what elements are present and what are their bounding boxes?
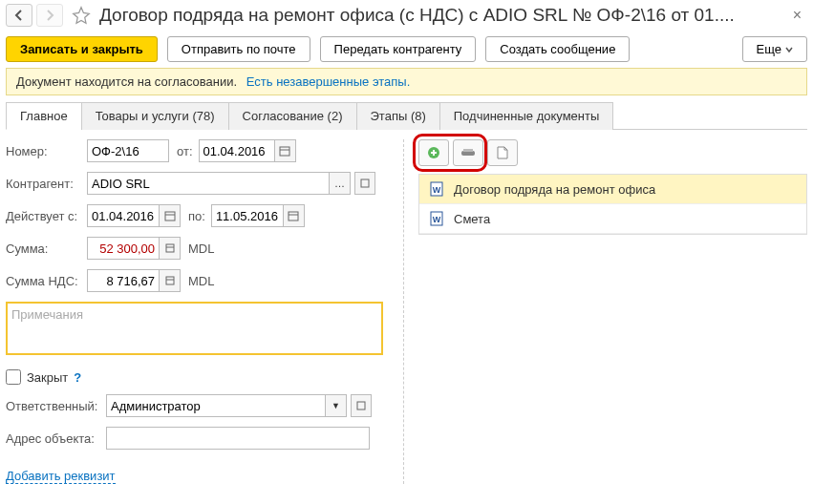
from-label: от: [177,144,193,158]
valid-from-picker-button[interactable] [160,204,181,227]
date-from-input[interactable] [199,139,275,162]
banner-text: Документ находится на согласовании. [16,74,237,89]
sum-input[interactable] [87,237,160,260]
vat-currency: MDL [188,274,214,288]
plus-icon [426,145,441,160]
notes-textarea[interactable] [6,302,383,355]
scanner-icon [460,148,476,158]
svg-rect-7 [166,244,174,252]
tab-goods[interactable]: Товары и услуги (78) [81,102,229,130]
open-icon [356,401,366,410]
vat-input[interactable] [87,269,160,292]
svg-rect-11 [357,402,365,410]
svg-text:W: W [433,215,441,224]
number-input[interactable] [87,139,169,162]
responsible-dropdown-button[interactable]: ▼ [326,394,347,417]
view-file-button[interactable] [487,139,518,166]
svg-rect-9 [166,277,174,284]
tab-main[interactable]: Главное [6,102,82,130]
counterparty-open-button[interactable] [354,172,375,195]
sum-currency: MDL [188,242,214,256]
tab-subdocs[interactable]: Подчиненные документы [439,102,614,130]
calculator-icon [165,243,175,253]
counterparty-input[interactable] [87,172,330,195]
nav-forward-button[interactable] [36,4,63,27]
close-button[interactable]: × [787,7,807,24]
to-label: по: [188,209,205,223]
closed-help-icon[interactable]: ? [74,370,81,385]
valid-from-label: Действует с: [6,209,87,223]
address-input[interactable] [106,427,370,450]
file-name: Договор подряда на ремонт офиса [454,182,655,197]
status-banner: Документ находится на согласовании. Есть… [6,68,807,95]
valid-from-input[interactable] [87,204,160,227]
number-label: Номер: [6,144,87,158]
more-label: Еще [757,42,781,56]
save-close-button[interactable]: Записать и закрыть [6,36,158,62]
scan-button[interactable] [453,139,483,166]
tab-stages[interactable]: Этапы (8) [356,102,440,130]
banner-hint[interactable]: Есть незавершенные этапы. [246,74,410,89]
calendar-icon [288,210,299,221]
sum-label: Сумма: [6,242,87,256]
counterparty-select-button[interactable]: … [330,172,351,195]
chevron-down-icon [785,46,793,53]
send-mail-button[interactable]: Отправить по почте [167,36,310,62]
date-from-picker-button[interactable] [275,139,296,162]
svg-rect-0 [280,147,289,156]
svg-rect-14 [463,149,473,152]
more-button[interactable]: Еще [742,36,807,62]
open-icon [360,178,370,188]
document-icon [497,146,508,159]
closed-label: Закрыт [27,370,68,385]
responsible-label: Ответственный: [6,399,106,413]
send-counterparty-button[interactable]: Передать контрагенту [320,36,477,62]
tab-approval[interactable]: Согласование (2) [228,102,357,130]
vat-label: Сумма НДС: [6,274,87,288]
calculator-icon [165,276,175,285]
create-message-button[interactable]: Создать сообщение [485,36,630,62]
calendar-icon [164,210,176,221]
file-name: Смета [454,212,490,226]
address-label: Адрес объекта: [6,431,106,446]
closed-checkbox[interactable] [6,369,21,385]
svg-rect-2 [361,179,369,187]
column-divider [403,139,413,484]
attached-files-list: W Договор подряда на ремонт офиса W Смет… [418,174,807,235]
vat-calc-button[interactable] [160,269,181,292]
calendar-icon [279,145,290,157]
page-title: Договор подряда на ремонт офиса (с НДС) … [99,5,783,26]
valid-to-picker-button[interactable] [284,204,305,227]
favorite-star-icon[interactable] [71,5,92,26]
svg-rect-5 [289,212,298,220]
add-file-button[interactable] [418,139,449,166]
sum-calc-button[interactable] [160,237,181,260]
counterparty-label: Контрагент: [6,177,87,191]
file-item[interactable]: W Договор подряда на ремонт офиса [419,175,806,204]
responsible-input[interactable] [106,394,326,417]
svg-text:W: W [433,185,441,195]
responsible-open-button[interactable] [351,394,372,417]
nav-back-button[interactable] [6,4,32,27]
word-doc-icon: W [429,211,444,226]
word-doc-icon: W [429,181,444,197]
add-attribute-link[interactable]: Добавить реквизит [6,469,116,484]
svg-rect-3 [165,212,175,220]
valid-to-input[interactable] [211,204,284,227]
file-item[interactable]: W Смета [419,204,806,234]
